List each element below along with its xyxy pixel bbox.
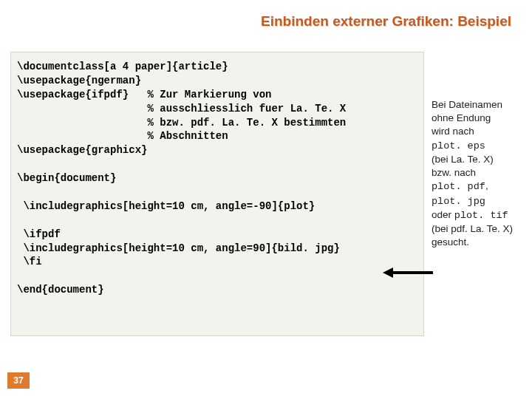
note-line: ohne Endung bbox=[432, 112, 491, 123]
note-code: plot. pdf bbox=[432, 181, 485, 192]
note-line: (bei pdf. La. Te. X) bbox=[432, 223, 513, 234]
note-line: oder bbox=[432, 209, 454, 220]
note-code: plot. eps bbox=[432, 140, 485, 151]
note-line: bzw. nach bbox=[432, 167, 476, 178]
note-line: Bei Dateinamen bbox=[432, 99, 502, 110]
side-note: Bei Dateinamen ohne Endung wird nach plo… bbox=[432, 98, 532, 249]
arrow-icon bbox=[383, 267, 433, 278]
latex-code-block: \documentclass[a 4 paper]{article} \usep… bbox=[10, 52, 424, 336]
page-number: 37 bbox=[7, 372, 30, 389]
note-code: plot. jpg bbox=[432, 196, 485, 207]
note-line: wird nach bbox=[432, 126, 474, 137]
slide-title: Einbinden externer Grafiken: Beispiel bbox=[261, 13, 511, 30]
note-comma: , bbox=[485, 180, 488, 191]
note-code: plot. tif bbox=[454, 210, 508, 221]
note-line: (bei La. Te. X) bbox=[432, 154, 494, 165]
note-line: gesucht. bbox=[432, 236, 469, 248]
